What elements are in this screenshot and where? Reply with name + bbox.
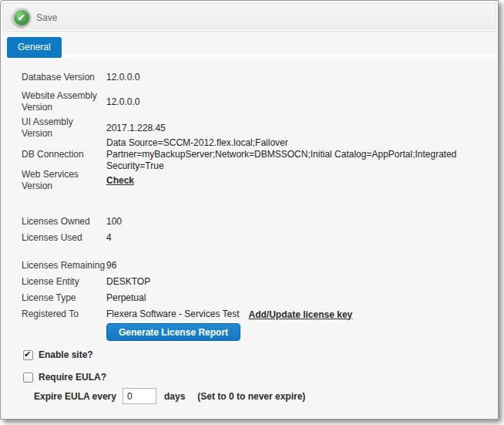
spacer — [22, 360, 498, 372]
save-check-icon: ✔ — [14, 10, 29, 25]
tab-general[interactable]: General — [7, 37, 62, 58]
field-value: Perpetual — [106, 292, 146, 304]
field-label: License Entity — [22, 276, 106, 288]
field-label: Website Assembly Version — [22, 90, 106, 113]
field-label: Licenses Remaining — [22, 260, 106, 272]
field-label: Database Version — [22, 72, 106, 83]
settings-panel: ✔ Save General Database Version 12.0.0.0… — [0, 0, 499, 420]
require-eula-checkbox[interactable] — [23, 373, 33, 383]
field-label: Registered To — [22, 309, 106, 320]
general-settings-form: Database Version 12.0.0.0 Website Assemb… — [1, 57, 498, 404]
field-label: Web Services Version — [22, 169, 106, 192]
require-eula-label: Require EULA? — [39, 372, 106, 383]
expire-hint-label: (Set to 0 to never expire) — [197, 391, 305, 402]
toolbar: ✔ Save — [3, 3, 496, 32]
field-value: 100 — [106, 216, 122, 228]
field-database-version: Database Version 12.0.0.0 — [22, 69, 498, 86]
field-value: 12.0.0.0 — [106, 72, 139, 83]
field-licenses-owned: Licenses Owned 100 — [22, 214, 498, 230]
add-update-license-key-link[interactable]: Add/Update license key — [249, 309, 353, 320]
expire-eula-days-input[interactable] — [123, 388, 156, 404]
field-label: Licenses Used — [22, 232, 106, 244]
field-registered-to: Registered To Flexera Software - Service… — [22, 306, 498, 322]
expire-eula-row: Expire EULA every days (Set to 0 to neve… — [34, 388, 498, 404]
enable-site-checkbox[interactable] — [23, 350, 33, 360]
field-license-entity: License Entity DESKTOP — [22, 274, 498, 290]
save-button[interactable]: ✔ Save — [12, 8, 57, 27]
field-licenses-remaining: Licenses Remaining 96 — [22, 258, 498, 274]
generate-license-report-button[interactable]: Generate License Report — [106, 323, 240, 341]
spacer — [22, 341, 498, 349]
spacer — [22, 246, 498, 258]
field-value: 2017.1.228.45 — [106, 123, 166, 134]
spacer — [22, 192, 498, 214]
save-icon-ring: ✔ — [12, 8, 31, 27]
field-ui-assembly-version: UI Assembly Version 2017.1.228.45 — [22, 116, 498, 140]
field-label: DB Connection — [22, 149, 106, 160]
days-label: days — [164, 391, 185, 402]
field-db-connection: DB Connection Data Source=SCCM-2012.flex… — [22, 143, 498, 166]
field-website-assembly-version: Website Assembly Version 12.0.0.0 — [22, 90, 498, 113]
field-label: Licenses Owned — [22, 216, 106, 228]
save-button-label: Save — [36, 12, 57, 23]
field-value: 12.0.0.0 — [106, 96, 139, 108]
field-value: 4 — [106, 232, 112, 244]
field-value: Data Source=SCCM-2012.flex.local;Failove… — [106, 137, 498, 172]
check-web-services-link[interactable]: Check — [106, 175, 134, 186]
field-web-services-version: Web Services Version Check — [22, 169, 498, 192]
field-label: License Type — [22, 292, 106, 304]
spacer — [22, 383, 498, 388]
field-value: Flexera Software - Services Test — [106, 309, 240, 320]
field-value: 96 — [106, 260, 116, 272]
enable-site-label: Enable site? — [39, 349, 93, 360]
enable-site-row: Enable site? — [23, 349, 498, 360]
expire-eula-label: Expire EULA every — [34, 391, 116, 402]
field-license-type: License Type Perpetual — [22, 290, 498, 306]
field-label: UI Assembly Version — [22, 116, 106, 140]
field-licenses-used: Licenses Used 4 — [22, 230, 498, 246]
require-eula-row: Require EULA? — [23, 372, 498, 383]
field-value: DESKTOP — [106, 276, 150, 288]
generate-report-row: Generate License Report — [22, 323, 498, 341]
tab-strip: General — [1, 34, 498, 57]
